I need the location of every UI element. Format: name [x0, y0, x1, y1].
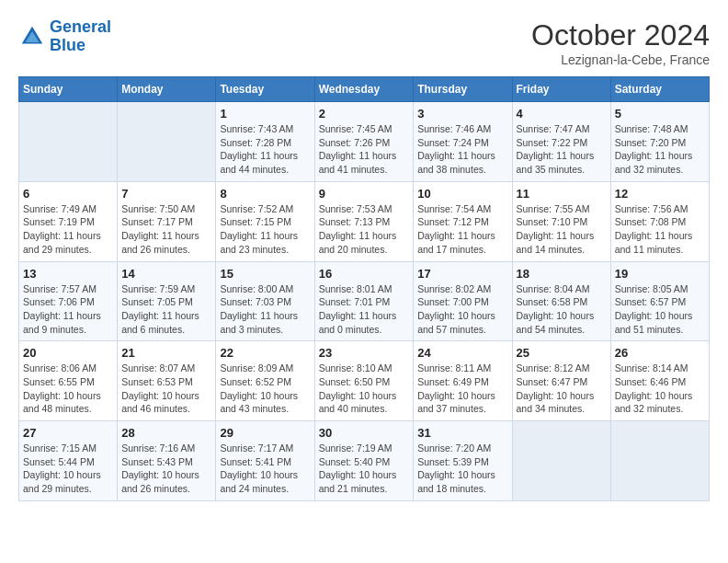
week-row-3: 13Sunrise: 7:57 AMSunset: 7:06 PMDayligh…	[19, 261, 710, 341]
cell-info: Sunrise: 7:45 AMSunset: 7:26 PMDaylight:…	[319, 122, 410, 177]
day-number: 10	[417, 187, 507, 201]
calendar-cell: 4Sunrise: 7:47 AMSunset: 7:22 PMDaylight…	[512, 102, 610, 182]
page-header: General Blue October 2024 Lezignan-la-Ce…	[18, 18, 710, 67]
calendar-cell: 22Sunrise: 8:09 AMSunset: 6:52 PMDayligh…	[216, 341, 314, 421]
day-number: 27	[23, 426, 113, 440]
day-number: 16	[319, 267, 410, 281]
cell-info: Sunrise: 8:07 AMSunset: 6:53 PMDaylight:…	[121, 362, 211, 416]
cell-info: Sunrise: 8:11 AMSunset: 6:49 PMDaylight:…	[417, 362, 507, 416]
cell-info: Sunrise: 8:06 AMSunset: 6:55 PMDaylight:…	[23, 362, 113, 416]
week-row-5: 27Sunrise: 7:15 AMSunset: 5:44 PMDayligh…	[19, 421, 710, 501]
cell-info: Sunrise: 7:19 AMSunset: 5:40 PMDaylight:…	[319, 442, 410, 496]
cell-info: Sunrise: 7:43 AMSunset: 7:28 PMDaylight:…	[220, 122, 310, 177]
col-header-tuesday: Tuesday	[216, 77, 314, 102]
day-number: 26	[615, 346, 705, 360]
day-number: 11	[517, 187, 607, 201]
col-header-saturday: Saturday	[610, 77, 709, 102]
calendar-cell	[19, 102, 118, 182]
calendar-cell: 7Sunrise: 7:50 AMSunset: 7:17 PMDaylight…	[118, 181, 216, 261]
calendar-cell: 5Sunrise: 7:48 AMSunset: 7:20 PMDaylight…	[610, 102, 709, 182]
calendar-cell: 19Sunrise: 8:05 AMSunset: 6:57 PMDayligh…	[610, 261, 709, 341]
calendar-cell: 30Sunrise: 7:19 AMSunset: 5:40 PMDayligh…	[314, 421, 414, 501]
calendar-cell: 18Sunrise: 8:04 AMSunset: 6:58 PMDayligh…	[512, 261, 610, 341]
day-number: 20	[23, 346, 113, 360]
cell-info: Sunrise: 7:20 AMSunset: 5:39 PMDaylight:…	[417, 442, 507, 496]
location-subtitle: Lezignan-la-Cebe, France	[531, 52, 710, 67]
day-number: 19	[615, 267, 705, 281]
day-number: 23	[319, 346, 410, 360]
cell-info: Sunrise: 7:16 AMSunset: 5:43 PMDaylight:…	[121, 442, 211, 496]
day-number: 3	[417, 107, 507, 121]
day-number: 9	[319, 187, 410, 201]
calendar-cell: 6Sunrise: 7:49 AMSunset: 7:19 PMDaylight…	[19, 181, 118, 261]
calendar-cell: 9Sunrise: 7:53 AMSunset: 7:13 PMDaylight…	[314, 181, 414, 261]
calendar-cell: 13Sunrise: 7:57 AMSunset: 7:06 PMDayligh…	[19, 261, 118, 341]
calendar-cell: 12Sunrise: 7:56 AMSunset: 7:08 PMDayligh…	[610, 181, 709, 261]
cell-info: Sunrise: 8:02 AMSunset: 7:00 PMDaylight:…	[417, 282, 507, 337]
calendar-cell: 16Sunrise: 8:01 AMSunset: 7:01 PMDayligh…	[314, 261, 414, 341]
calendar-cell: 11Sunrise: 7:55 AMSunset: 7:10 PMDayligh…	[512, 181, 610, 261]
cell-info: Sunrise: 7:50 AMSunset: 7:17 PMDaylight:…	[121, 202, 211, 257]
day-number: 17	[417, 267, 507, 281]
calendar-cell: 15Sunrise: 8:00 AMSunset: 7:03 PMDayligh…	[216, 261, 314, 341]
calendar-cell: 14Sunrise: 7:59 AMSunset: 7:05 PMDayligh…	[118, 261, 216, 341]
calendar-cell: 3Sunrise: 7:46 AMSunset: 7:24 PMDaylight…	[414, 102, 512, 182]
calendar-cell: 31Sunrise: 7:20 AMSunset: 5:39 PMDayligh…	[414, 421, 512, 501]
day-number: 6	[23, 187, 113, 201]
cell-info: Sunrise: 8:14 AMSunset: 6:46 PMDaylight:…	[615, 362, 705, 416]
header-row: SundayMondayTuesdayWednesdayThursdayFrid…	[19, 77, 710, 102]
day-number: 7	[121, 187, 211, 201]
day-number: 21	[121, 346, 211, 360]
cell-info: Sunrise: 7:46 AMSunset: 7:24 PMDaylight:…	[417, 122, 507, 177]
day-number: 14	[121, 267, 211, 281]
day-number: 8	[220, 187, 310, 201]
calendar-cell: 2Sunrise: 7:45 AMSunset: 7:26 PMDaylight…	[314, 102, 414, 182]
day-number: 28	[121, 426, 211, 440]
calendar-cell: 21Sunrise: 8:07 AMSunset: 6:53 PMDayligh…	[118, 341, 216, 421]
calendar-table: SundayMondayTuesdayWednesdayThursdayFrid…	[18, 76, 710, 501]
day-number: 25	[517, 346, 607, 360]
calendar-cell	[512, 421, 610, 501]
calendar-cell	[118, 102, 216, 182]
cell-info: Sunrise: 7:54 AMSunset: 7:12 PMDaylight:…	[417, 202, 507, 257]
week-row-4: 20Sunrise: 8:06 AMSunset: 6:55 PMDayligh…	[19, 341, 710, 421]
day-number: 15	[220, 267, 310, 281]
cell-info: Sunrise: 7:52 AMSunset: 7:15 PMDaylight:…	[220, 202, 310, 257]
calendar-cell: 17Sunrise: 8:02 AMSunset: 7:00 PMDayligh…	[414, 261, 512, 341]
logo-text: General Blue	[50, 18, 111, 55]
cell-info: Sunrise: 8:04 AMSunset: 6:58 PMDaylight:…	[517, 282, 607, 337]
cell-info: Sunrise: 7:59 AMSunset: 7:05 PMDaylight:…	[121, 282, 211, 337]
cell-info: Sunrise: 7:48 AMSunset: 7:20 PMDaylight:…	[615, 122, 705, 177]
cell-info: Sunrise: 7:17 AMSunset: 5:41 PMDaylight:…	[220, 442, 310, 496]
day-number: 2	[319, 107, 410, 121]
day-number: 1	[220, 107, 310, 121]
calendar-cell: 23Sunrise: 8:10 AMSunset: 6:50 PMDayligh…	[314, 341, 414, 421]
calendar-cell: 25Sunrise: 8:12 AMSunset: 6:47 PMDayligh…	[512, 341, 610, 421]
cell-info: Sunrise: 7:55 AMSunset: 7:10 PMDaylight:…	[517, 202, 607, 257]
cell-info: Sunrise: 8:05 AMSunset: 6:57 PMDaylight:…	[615, 282, 705, 337]
day-number: 13	[23, 267, 113, 281]
day-number: 4	[517, 107, 607, 121]
month-title: October 2024	[531, 18, 710, 52]
title-block: October 2024 Lezignan-la-Cebe, France	[531, 18, 710, 67]
col-header-sunday: Sunday	[19, 77, 118, 102]
calendar-cell: 24Sunrise: 8:11 AMSunset: 6:49 PMDayligh…	[414, 341, 512, 421]
cell-info: Sunrise: 7:15 AMSunset: 5:44 PMDaylight:…	[23, 442, 113, 496]
logo-icon	[18, 23, 46, 51]
cell-info: Sunrise: 8:12 AMSunset: 6:47 PMDaylight:…	[517, 362, 607, 416]
calendar-cell: 27Sunrise: 7:15 AMSunset: 5:44 PMDayligh…	[19, 421, 118, 501]
week-row-1: 1Sunrise: 7:43 AMSunset: 7:28 PMDaylight…	[19, 102, 710, 182]
cell-info: Sunrise: 8:09 AMSunset: 6:52 PMDaylight:…	[220, 362, 310, 416]
calendar-cell: 26Sunrise: 8:14 AMSunset: 6:46 PMDayligh…	[610, 341, 709, 421]
cell-info: Sunrise: 7:56 AMSunset: 7:08 PMDaylight:…	[615, 202, 705, 257]
day-number: 22	[220, 346, 310, 360]
calendar-cell: 28Sunrise: 7:16 AMSunset: 5:43 PMDayligh…	[118, 421, 216, 501]
day-number: 29	[220, 426, 310, 440]
calendar-cell: 10Sunrise: 7:54 AMSunset: 7:12 PMDayligh…	[414, 181, 512, 261]
calendar-cell: 1Sunrise: 7:43 AMSunset: 7:28 PMDaylight…	[216, 102, 314, 182]
day-number: 12	[615, 187, 705, 201]
cell-info: Sunrise: 8:00 AMSunset: 7:03 PMDaylight:…	[220, 282, 310, 337]
cell-info: Sunrise: 8:10 AMSunset: 6:50 PMDaylight:…	[319, 362, 410, 416]
cell-info: Sunrise: 7:49 AMSunset: 7:19 PMDaylight:…	[23, 202, 113, 257]
day-number: 30	[319, 426, 410, 440]
